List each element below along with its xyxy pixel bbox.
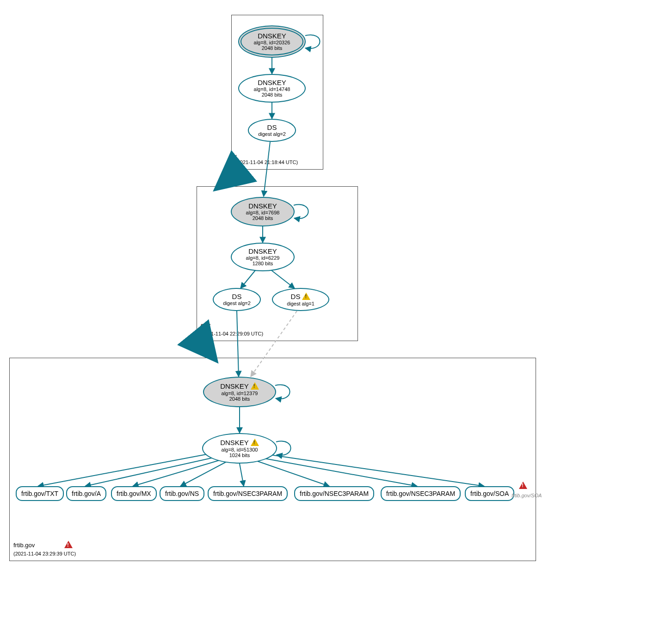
warning-icon bbox=[251, 382, 259, 390]
svg-line-11 bbox=[38, 454, 209, 486]
svg-line-12 bbox=[85, 458, 214, 486]
svg-line-5 bbox=[240, 270, 255, 288]
warning-icon bbox=[302, 293, 310, 300]
svg-line-17 bbox=[265, 458, 417, 486]
svg-line-6 bbox=[271, 270, 295, 288]
error-icon bbox=[517, 482, 527, 489]
leaf-nsec3-3[interactable]: frtib.gov/NSEC3PARAM bbox=[381, 486, 461, 501]
leaf-nsec3-1[interactable]: frtib.gov/NSEC3PARAM bbox=[208, 486, 288, 501]
leaf-txt[interactable]: frtib.gov/TXT bbox=[16, 486, 64, 501]
svg-line-15 bbox=[240, 464, 244, 486]
node-root-ds[interactable]: DS digest alg=2 bbox=[248, 119, 296, 142]
node-root-ksk[interactable]: DNSKEY alg=8, id=20326 2048 bits bbox=[238, 25, 306, 58]
leaf-mx[interactable]: frtib.gov/MX bbox=[111, 486, 157, 501]
node-gov-ds2[interactable]: DS digest alg=1 bbox=[272, 288, 329, 311]
svg-line-9 bbox=[202, 343, 216, 360]
node-gov-zsk[interactable]: DNSKEY alg=8, id=6229 1280 bits bbox=[231, 243, 295, 271]
svg-line-18 bbox=[270, 455, 484, 486]
graph-edges bbox=[6, 6, 667, 616]
node-root-zsk[interactable]: DNSKEY alg=8, id=14748 2048 bits bbox=[238, 74, 306, 103]
leaf-nsec3-2[interactable]: frtib.gov/NSEC3PARAM bbox=[294, 486, 374, 501]
svg-line-3 bbox=[216, 172, 237, 189]
node-frtib-ksk[interactable]: DNSKEY alg=8, id=12379 2048 bits bbox=[203, 377, 276, 407]
warning-icon bbox=[251, 439, 259, 446]
node-gov-ksk[interactable]: DNSKEY alg=8, id=7698 2048 bits bbox=[231, 197, 295, 226]
leaf-a[interactable]: frtib.gov/A bbox=[66, 486, 106, 501]
node-frtib-zsk[interactable]: DNSKEY alg=8, id=51300 1024 bits bbox=[202, 433, 277, 464]
svg-line-14 bbox=[180, 462, 226, 486]
svg-line-2 bbox=[264, 142, 270, 196]
svg-line-13 bbox=[133, 460, 219, 486]
dnssec-graph: . (2021-11-04 21:18:44 UTC) gov (2021-11… bbox=[6, 6, 667, 616]
label-frtib-soa-errored: frtib.gov/SOA bbox=[512, 493, 542, 498]
leaf-ns[interactable]: frtib.gov/NS bbox=[160, 486, 204, 501]
node-gov-ds1[interactable]: DS digest alg=2 bbox=[213, 288, 261, 311]
svg-line-7 bbox=[237, 311, 239, 377]
svg-line-16 bbox=[258, 461, 329, 486]
leaf-soa[interactable]: frtib.gov/SOA bbox=[465, 486, 514, 501]
svg-line-8 bbox=[251, 311, 297, 377]
